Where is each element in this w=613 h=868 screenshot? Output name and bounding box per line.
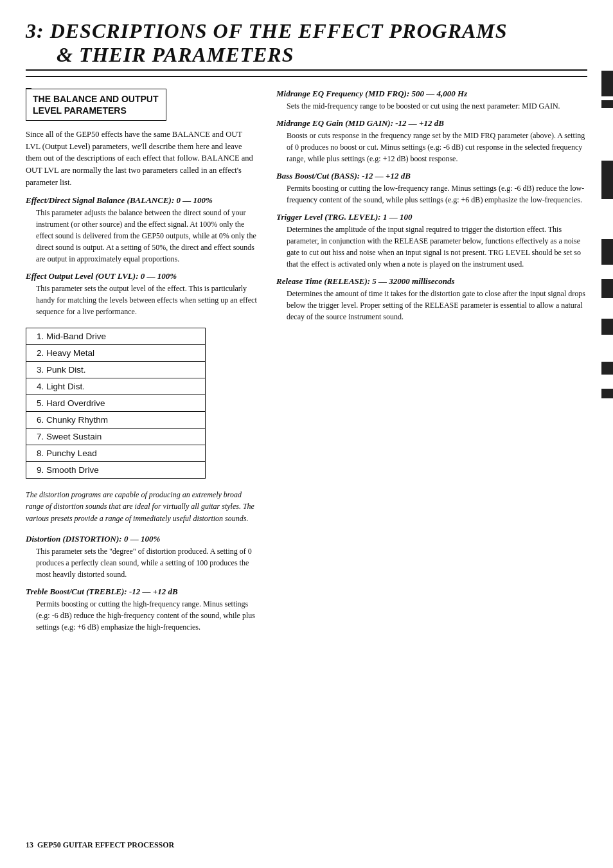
bar-4 <box>601 239 613 265</box>
program-item-8: 8. Punchy Lead <box>26 445 205 462</box>
program-item-7: 7. Sweet Sustain <box>26 429 205 445</box>
param-mid-gain-title: Midrange EQ Gain (MID GAIN): -12 — +12 d… <box>276 118 587 128</box>
param-release-time: Release Time (RELEASE): 5 — 32000 millis… <box>276 276 587 323</box>
param-treble-desc: Permits boosting or cutting the high-fre… <box>26 598 257 633</box>
param-mid-frq-title: Midrange EQ Frequency (MID FRQ): 500 — 4… <box>276 89 587 99</box>
param-balance-title: Effect/Direct Signal Balance (BALANCE): … <box>26 195 257 206</box>
bar-3 <box>601 161 613 199</box>
bar-2 <box>601 100 613 108</box>
left-column: THE BALANCE AND OUTPUT LEVEL PARAMETERS … <box>26 89 257 639</box>
program-item-6: 6. Chunky Rhythm <box>26 412 205 429</box>
page-title: 3: DESCRIPTIONS OF THE EFFECT PROGRAMS &… <box>26 19 587 71</box>
page: 3: DESCRIPTIONS OF THE EFFECT PROGRAMS &… <box>0 0 613 868</box>
program-item-3: 3. Punk Dist. <box>26 362 205 378</box>
param-balance: Effect/Direct Signal Balance (BALANCE): … <box>26 195 257 265</box>
param-bass-title: Bass Boost/Cut (BASS): -12 — +12 dB <box>276 171 587 181</box>
bar-1 <box>601 71 613 96</box>
bar-8 <box>601 389 613 398</box>
param-distortion-desc: This parameter sets the "degree" of dist… <box>26 545 257 580</box>
italic-note: The distortion programs are capable of p… <box>26 489 257 525</box>
footer-page-num: 13 <box>26 840 33 849</box>
param-mid-gain: Midrange EQ Gain (MID GAIN): -12 — +12 d… <box>276 118 587 164</box>
section-header-title: THE BALANCE AND OUTPUT LEVEL PARAMETERS <box>33 93 158 116</box>
param-release-time-desc: Determines the amount of time it takes f… <box>276 288 587 323</box>
right-column: Midrange EQ Frequency (MID FRQ): 500 — 4… <box>276 89 587 639</box>
program-item-4: 4. Light Dist. <box>26 378 205 395</box>
program-item-1: 1. Mid-Band Drive <box>26 328 205 345</box>
param-output-level: Effect Output Level (OUT LVL): 0 — 100% … <box>26 271 257 317</box>
page-footer: 13 GEP50 GUITAR EFFECT PROCESSOR <box>26 840 174 850</box>
right-edge-bars <box>601 0 613 868</box>
title-line2: & THEIR PARAMETERS <box>26 43 587 67</box>
param-mid-frq-desc: Sets the mid-frequency range to be boost… <box>276 100 587 112</box>
param-distortion-title: Distortion (DISTORTION): 0 — 100% <box>26 534 257 544</box>
param-mid-frq: Midrange EQ Frequency (MID FRQ): 500 — 4… <box>276 89 587 112</box>
intro-paragraph: Since all of the GEP50 effects have the … <box>26 128 257 189</box>
footer-text: GEP50 GUITAR EFFECT PROCESSOR <box>37 840 174 849</box>
title-line1: 3: DESCRIPTIONS OF THE EFFECT PROGRAMS <box>26 19 587 43</box>
section-header-box: THE BALANCE AND OUTPUT LEVEL PARAMETERS <box>26 89 166 121</box>
param-balance-desc: This parameter adjusts the balance betwe… <box>26 207 257 265</box>
program-list: 1. Mid-Band Drive 2. Heavy Metal 3. Punk… <box>26 328 206 479</box>
param-treble: Treble Boost/Cut (TREBLE): -12 — +12 dB … <box>26 587 257 633</box>
bar-6 <box>601 319 613 335</box>
param-treble-title: Treble Boost/Cut (TREBLE): -12 — +12 dB <box>26 587 257 597</box>
param-mid-gain-desc: Boosts or cuts response in the frequency… <box>276 130 587 164</box>
param-distortion: Distortion (DISTORTION): 0 — 100% This p… <box>26 534 257 580</box>
program-item-5: 5. Hard Overdrive <box>26 395 205 412</box>
param-output-level-title: Effect Output Level (OUT LVL): 0 — 100% <box>26 271 257 281</box>
bar-7 <box>601 362 613 375</box>
param-trigger-level-title: Trigger Level (TRG. LEVEL): 1 — 100 <box>276 212 587 222</box>
program-item-2: 2. Heavy Metal <box>26 345 205 362</box>
param-trigger-level: Trigger Level (TRG. LEVEL): 1 — 100 Dete… <box>276 212 587 270</box>
title-rule <box>26 76 587 77</box>
param-release-time-title: Release Time (RELEASE): 5 — 32000 millis… <box>276 276 587 287</box>
param-bass-desc: Permits boosting or cutting the low-freq… <box>276 182 587 206</box>
program-item-9: 9. Smooth Drive <box>26 462 205 478</box>
param-output-level-desc: This parameter sets the output level of … <box>26 283 257 317</box>
param-trigger-level-desc: Determines the amplitude of the input si… <box>276 224 587 270</box>
main-columns: THE BALANCE AND OUTPUT LEVEL PARAMETERS … <box>26 89 587 639</box>
bar-5 <box>601 279 613 298</box>
param-bass: Bass Boost/Cut (BASS): -12 — +12 dB Perm… <box>276 171 587 206</box>
